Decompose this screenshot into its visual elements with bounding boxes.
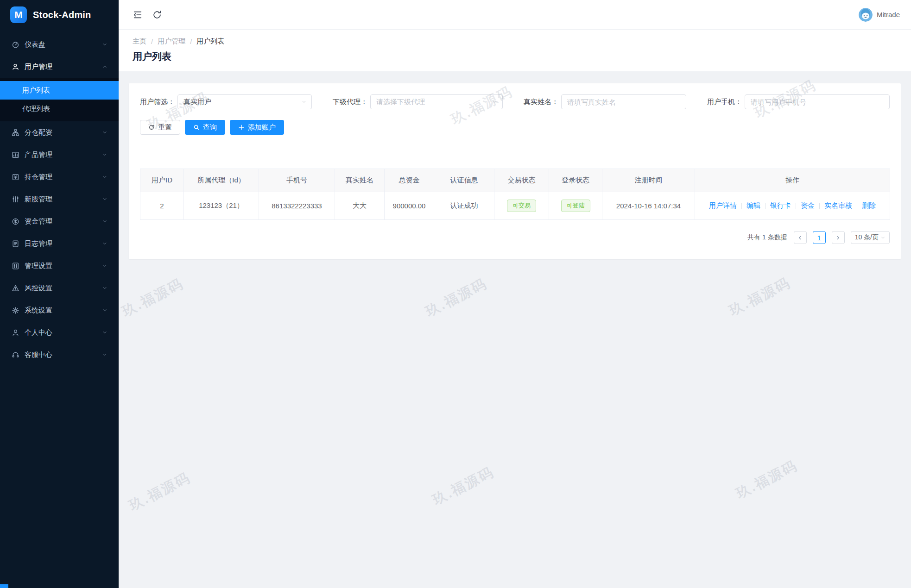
sidebar-item-agent-list[interactable]: 代理列表 bbox=[0, 100, 119, 118]
op-link-4[interactable]: 实名审核 bbox=[824, 201, 852, 210]
status-badge: 可交易 bbox=[507, 200, 536, 212]
sidebar-item-label: 用户管理 bbox=[25, 63, 102, 71]
page-title: 用户列表 bbox=[133, 50, 897, 63]
op-link-2[interactable]: 银行卡 bbox=[770, 201, 791, 210]
next-page-button[interactable] bbox=[832, 231, 845, 244]
column-header: 手机号 bbox=[259, 169, 335, 192]
chevron-down-icon bbox=[102, 219, 108, 224]
allocation-icon bbox=[12, 129, 19, 137]
op-separator bbox=[819, 203, 820, 209]
refresh-icon[interactable] bbox=[152, 10, 162, 20]
total-funds-cell: 900000.00 bbox=[385, 192, 434, 220]
page-size-select[interactable]: 10 条/页 bbox=[851, 231, 890, 244]
dashboard-icon bbox=[12, 41, 19, 49]
op-link-3[interactable]: 资金 bbox=[801, 201, 815, 210]
sidebar-item-user-management[interactable]: 用户管理 bbox=[0, 56, 119, 78]
sidebar-item-user-list[interactable]: 用户列表 bbox=[0, 81, 119, 100]
user-phone-input[interactable] bbox=[745, 94, 890, 109]
register-time-cell: 2024-10-16 14:07:34 bbox=[602, 192, 695, 220]
sidebar-item-ipo-management[interactable]: 新股管理 bbox=[0, 188, 119, 210]
sidebar-item-label: 管理设置 bbox=[25, 262, 102, 270]
plus-icon bbox=[238, 124, 245, 131]
table-row: 2123123（21）8613322223333大大900000.00认证成功可… bbox=[140, 192, 890, 220]
risk-icon bbox=[12, 284, 19, 292]
page-size-value: 10 条/页 bbox=[855, 233, 879, 242]
op-link-5[interactable]: 删除 bbox=[862, 201, 876, 210]
search-icon bbox=[193, 124, 200, 131]
filter-user-phone: 用户手机： bbox=[707, 94, 890, 109]
sidebar-item-log-management[interactable]: 日志管理 bbox=[0, 232, 119, 255]
sub-agent-select[interactable]: 请选择下级代理 bbox=[370, 94, 503, 109]
content: 用户筛选： 真实用户 下级代理： 请选择下级代理 bbox=[119, 71, 911, 588]
sidebar-item-dashboard[interactable]: 仪表盘 bbox=[0, 33, 119, 56]
op-separator bbox=[796, 203, 796, 209]
chevron-down-icon bbox=[102, 42, 108, 47]
user-type-select[interactable]: 真实用户 bbox=[177, 94, 312, 109]
agent-cell: 123123（21） bbox=[184, 192, 259, 220]
reset-button[interactable]: 重置 bbox=[140, 120, 180, 135]
chevron-down-icon bbox=[102, 152, 108, 157]
sidebar-item-personal-center[interactable]: 个人中心 bbox=[0, 321, 119, 344]
filter-row: 用户筛选： 真实用户 下级代理： 请选择下级代理 bbox=[140, 94, 890, 109]
chevron-down-icon bbox=[102, 130, 108, 135]
breadcrumb: 主页 / 用户管理 / 用户列表 bbox=[133, 37, 897, 46]
breadcrumb-user-management[interactable]: 用户管理 bbox=[158, 37, 185, 46]
real-name-input[interactable] bbox=[561, 94, 686, 109]
product-icon bbox=[12, 151, 19, 159]
add-account-button[interactable]: 添加账户 bbox=[230, 120, 284, 135]
user-list-card: 用户筛选： 真实用户 下级代理： 请选择下级代理 bbox=[129, 83, 901, 259]
operations-cell: 用户详情编辑银行卡资金实名审核删除 bbox=[695, 192, 890, 220]
op-link-1[interactable]: 编辑 bbox=[747, 201, 760, 210]
filter-real-name: 真实姓名： bbox=[524, 94, 686, 109]
op-link-0[interactable]: 用户详情 bbox=[709, 201, 737, 210]
pagination-total: 共有 1 条数据 bbox=[747, 233, 787, 242]
sidebar-subitem-label: 用户列表 bbox=[22, 86, 50, 95]
filter-real-name-label: 真实姓名： bbox=[524, 98, 558, 106]
sidebar-item-label: 系统设置 bbox=[25, 306, 102, 315]
sidebar-subitem-label: 代理列表 bbox=[22, 105, 50, 113]
prev-page-button[interactable] bbox=[794, 231, 807, 244]
user-menu[interactable]: Mitrade bbox=[859, 8, 900, 22]
chevron-right-icon bbox=[835, 235, 841, 240]
status-badge: 可登陆 bbox=[561, 200, 590, 212]
sidebar-item-system-settings[interactable]: 系统设置 bbox=[0, 299, 119, 321]
column-header: 交易状态 bbox=[494, 169, 549, 192]
breadcrumb-separator: / bbox=[190, 38, 192, 45]
sidebar-item-funds-management[interactable]: 资金管理 bbox=[0, 210, 119, 232]
chevron-down-icon bbox=[880, 235, 886, 240]
sidebar-item-warehouse-allocation[interactable]: 分仓配资 bbox=[0, 121, 119, 144]
chevron-down-icon bbox=[102, 307, 108, 313]
avatar bbox=[859, 8, 873, 22]
chevron-down-icon bbox=[102, 196, 108, 202]
sidebar-item-label: 日志管理 bbox=[25, 239, 102, 248]
app-title: Stock-Admin bbox=[33, 10, 91, 20]
page-1-button[interactable]: 1 bbox=[813, 231, 826, 244]
chevron-down-icon bbox=[102, 241, 108, 246]
username: Mitrade bbox=[877, 11, 900, 19]
sidebar-item-product-management[interactable]: 产品管理 bbox=[0, 144, 119, 166]
user-id-cell: 2 bbox=[140, 192, 184, 220]
sidebar-collapse-icon[interactable] bbox=[133, 10, 143, 20]
sub-agent-select-placeholder: 请选择下级代理 bbox=[376, 98, 492, 106]
phone-cell: 8613322223333 bbox=[259, 192, 335, 220]
app-root: M Stock-Admin 仪表盘用户管理用户列表代理列表分仓配资产品管理持仓管… bbox=[0, 0, 911, 588]
table-header-row: 用户ID所属代理（Id）手机号真实姓名总资金认证信息交易状态登录状态注册时间操作 bbox=[140, 169, 890, 192]
column-header: 所属代理（Id） bbox=[184, 169, 259, 192]
sidebar-item-admin-settings[interactable]: 管理设置 bbox=[0, 255, 119, 277]
search-button[interactable]: 查询 bbox=[185, 120, 225, 135]
real-name-cell: 大大 bbox=[335, 192, 385, 220]
chevron-left-icon bbox=[797, 235, 803, 240]
funds-icon bbox=[12, 218, 19, 225]
topbar: Mitrade bbox=[119, 0, 911, 30]
breadcrumb-home[interactable]: 主页 bbox=[133, 37, 146, 46]
sidebar-item-position-management[interactable]: 持仓管理 bbox=[0, 166, 119, 188]
chevron-down-icon bbox=[301, 99, 307, 105]
admin-settings-icon bbox=[12, 262, 19, 270]
op-separator bbox=[765, 203, 765, 209]
sidebar-item-service-center[interactable]: 客服中心 bbox=[0, 344, 119, 366]
op-separator bbox=[741, 203, 742, 209]
column-header: 真实姓名 bbox=[335, 169, 385, 192]
chevron-down-icon bbox=[102, 330, 108, 335]
breadcrumb-separator: / bbox=[151, 38, 153, 45]
sidebar-item-risk-settings[interactable]: 风控设置 bbox=[0, 277, 119, 299]
